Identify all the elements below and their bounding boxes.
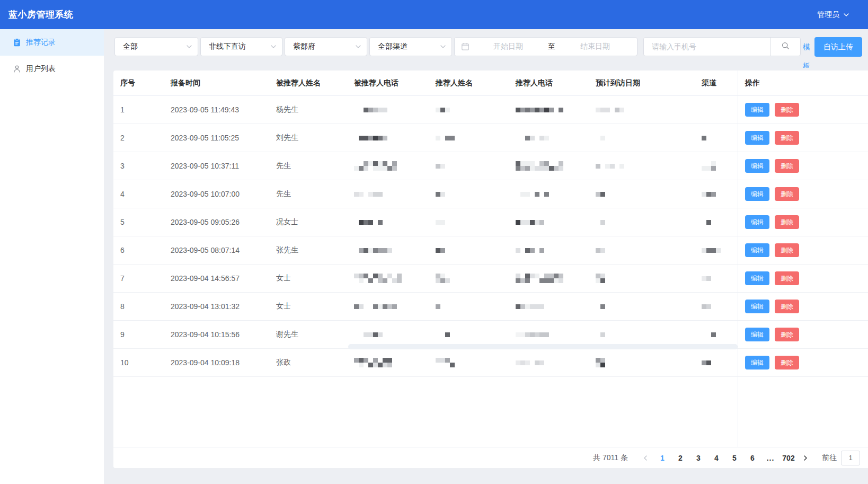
goto-page-input[interactable] bbox=[841, 451, 860, 465]
edit-button[interactable]: 编辑 bbox=[745, 131, 769, 145]
cell-channel-redacted bbox=[702, 124, 738, 152]
cell-referred-phone-redacted bbox=[354, 152, 436, 180]
table-row: 8 2023-09-04 13:01:32 女士 编辑 删除 bbox=[113, 293, 868, 321]
cell-referred-phone-redacted bbox=[354, 96, 436, 124]
cell-referred-phone-redacted bbox=[354, 236, 436, 264]
cell-serial: 9 bbox=[120, 330, 171, 339]
delete-button[interactable]: 删除 bbox=[775, 243, 799, 257]
cell-serial: 4 bbox=[120, 190, 171, 198]
prev-page-button[interactable] bbox=[637, 455, 653, 461]
edit-button[interactable]: 编辑 bbox=[745, 187, 769, 201]
col-header-report-time: 报备时间 bbox=[171, 78, 276, 88]
cell-visit-date-redacted bbox=[596, 349, 702, 376]
cell-referrer-phone-redacted bbox=[516, 180, 596, 208]
cell-referrer-phone-redacted bbox=[516, 208, 596, 236]
cell-serial: 1 bbox=[120, 105, 171, 114]
pagination-bar: 共 7011 条 123456...702 前往 bbox=[113, 447, 868, 468]
edit-button[interactable]: 编辑 bbox=[745, 300, 769, 313]
template-download-link[interactable]: 模板 bbox=[803, 37, 811, 68]
chevron-down-icon bbox=[186, 43, 192, 50]
page-number-1[interactable]: 1 bbox=[655, 454, 670, 462]
cell-serial: 10 bbox=[120, 358, 171, 367]
select-value: 全部渠道 bbox=[378, 42, 408, 51]
edit-button[interactable]: 编辑 bbox=[745, 215, 769, 229]
next-page-button[interactable] bbox=[798, 455, 813, 461]
page-number-3[interactable]: 3 bbox=[691, 454, 706, 462]
search-button[interactable] bbox=[770, 38, 800, 56]
filter-select-status[interactable]: 全部 bbox=[114, 37, 198, 56]
app-window: 蓝小房管理系统 管理员 推荐记录 bbox=[0, 0, 868, 484]
cell-referred-phone-redacted bbox=[354, 265, 436, 292]
cell-referrer-phone-redacted bbox=[516, 293, 596, 320]
delete-button[interactable]: 删除 bbox=[775, 215, 799, 229]
page-ellipsis[interactable]: ... bbox=[763, 454, 778, 462]
sidebar-item-user-list[interactable]: 用户列表 bbox=[0, 56, 104, 82]
horizontal-scrollbar[interactable] bbox=[348, 344, 738, 349]
cell-report-time: 2023-09-05 10:37:11 bbox=[171, 162, 276, 170]
cell-referrer-phone-redacted bbox=[516, 349, 596, 376]
phone-search-group bbox=[643, 37, 801, 56]
cell-visit-date-redacted bbox=[596, 124, 702, 152]
page-number-2[interactable]: 2 bbox=[673, 454, 688, 462]
table-row: 10 2023-09-04 10:09:18 张政 编辑 删除 bbox=[113, 349, 868, 377]
cell-serial: 8 bbox=[120, 302, 171, 311]
delete-button[interactable]: 删除 bbox=[775, 356, 799, 369]
select-value: 紫郡府 bbox=[293, 42, 315, 51]
edit-button[interactable]: 编辑 bbox=[745, 103, 769, 117]
cell-serial: 5 bbox=[120, 218, 171, 226]
page-number-6[interactable]: 6 bbox=[745, 454, 760, 462]
user-menu[interactable]: 管理员 bbox=[817, 10, 849, 20]
cell-referred-phone-redacted bbox=[354, 124, 436, 152]
col-header-referrer-phone: 推荐人电话 bbox=[516, 78, 596, 88]
cell-channel-redacted bbox=[702, 180, 738, 208]
cell-channel-redacted bbox=[702, 293, 738, 320]
filter-select-project[interactable]: 紫郡府 bbox=[285, 37, 367, 56]
cell-report-time: 2023-09-04 13:01:32 bbox=[171, 302, 276, 311]
cell-referrer-phone-redacted bbox=[516, 96, 596, 124]
cell-visit-date-redacted bbox=[596, 180, 702, 208]
cell-visit-date-redacted bbox=[596, 293, 702, 320]
cell-actions: 编辑 删除 bbox=[738, 236, 868, 264]
cell-actions: 编辑 删除 bbox=[738, 96, 868, 124]
phone-input[interactable] bbox=[644, 38, 770, 56]
date-range-picker[interactable]: 开始日期 至 结束日期 bbox=[454, 37, 637, 56]
cell-actions: 编辑 删除 bbox=[738, 208, 868, 236]
start-date-placeholder[interactable]: 开始日期 bbox=[472, 42, 545, 51]
select-value: 全部 bbox=[123, 42, 138, 51]
chevron-down-icon bbox=[843, 12, 849, 18]
delete-button[interactable]: 删除 bbox=[775, 131, 799, 145]
cell-report-time: 2023-09-05 08:07:14 bbox=[171, 246, 276, 254]
end-date-placeholder[interactable]: 结束日期 bbox=[559, 42, 632, 51]
pagination-total: 共 7011 条 bbox=[593, 453, 628, 463]
filter-select-visit-type[interactable]: 非线下直访 bbox=[200, 37, 282, 56]
cell-channel-redacted bbox=[702, 208, 738, 236]
page-number-5[interactable]: 5 bbox=[727, 454, 742, 462]
page-number-702[interactable]: 702 bbox=[781, 454, 796, 462]
cell-visit-date-redacted bbox=[596, 152, 702, 180]
edit-button[interactable]: 编辑 bbox=[745, 243, 769, 257]
cell-referred-phone-redacted bbox=[354, 293, 436, 320]
date-range-separator: 至 bbox=[545, 42, 559, 51]
cell-referred-name: 张政 bbox=[276, 358, 354, 367]
page-number-4[interactable]: 4 bbox=[709, 454, 724, 462]
self-visit-upload-button[interactable]: 自访上传 bbox=[814, 37, 862, 57]
filter-select-channel[interactable]: 全部渠道 bbox=[369, 37, 452, 56]
delete-button[interactable]: 删除 bbox=[775, 103, 799, 117]
cell-referrer-name-redacted bbox=[436, 236, 516, 264]
edit-button[interactable]: 编辑 bbox=[745, 328, 769, 341]
cell-actions: 编辑 删除 bbox=[738, 321, 868, 348]
cell-channel-redacted bbox=[702, 96, 738, 124]
cell-report-time: 2023-09-05 11:05:25 bbox=[171, 134, 276, 142]
edit-button[interactable]: 编辑 bbox=[745, 159, 769, 173]
edit-button[interactable]: 编辑 bbox=[745, 356, 769, 369]
cell-referred-name: 女士 bbox=[276, 302, 354, 311]
delete-button[interactable]: 删除 bbox=[775, 328, 799, 341]
edit-button[interactable]: 编辑 bbox=[745, 271, 769, 285]
delete-button[interactable]: 删除 bbox=[775, 271, 799, 285]
table-body: 1 2023-09-05 11:49:43 杨先生 编辑 删除 2 2023-0… bbox=[113, 96, 868, 377]
delete-button[interactable]: 删除 bbox=[775, 159, 799, 173]
cell-serial: 6 bbox=[120, 246, 171, 254]
sidebar-item-recommend-records[interactable]: 推荐记录 bbox=[0, 29, 104, 56]
delete-button[interactable]: 删除 bbox=[775, 187, 799, 201]
delete-button[interactable]: 删除 bbox=[775, 300, 799, 313]
